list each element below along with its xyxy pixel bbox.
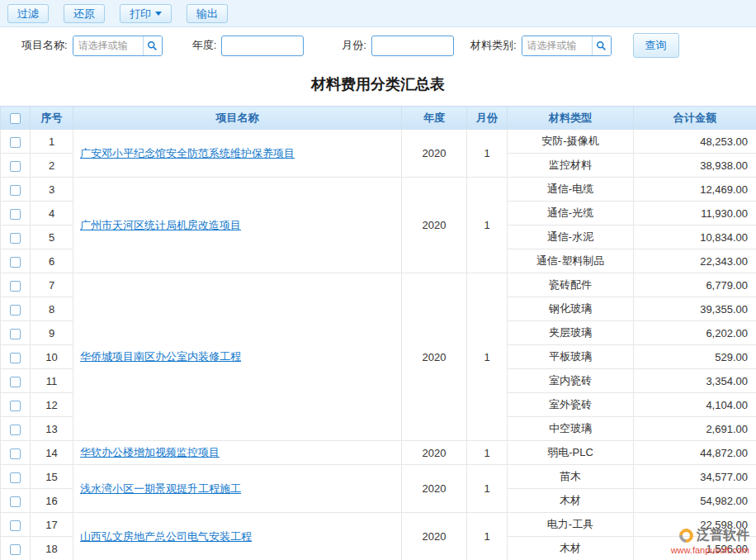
amount-cell: 3,354.00	[634, 369, 756, 393]
year-cell: 2020	[402, 513, 467, 560]
material-type-cell: 瓷砖配件	[508, 273, 634, 297]
year-label: 年度:	[192, 38, 217, 53]
year-cell: 2020	[402, 465, 467, 513]
material-type-cell: 通信-水泥	[508, 225, 634, 249]
amount-cell: 22,343.00	[634, 249, 756, 273]
print-button[interactable]: 打印	[120, 4, 172, 23]
export-button-label: 输出	[196, 8, 218, 19]
row-number: 10	[31, 345, 73, 369]
row-checkbox[interactable]	[10, 161, 21, 172]
project-cell: 山西弘文房地产总公司电气安装工程	[73, 513, 402, 560]
material-type-cell: 中空玻璃	[508, 417, 634, 441]
filter-button[interactable]: 过滤	[7, 4, 49, 23]
header-checkbox[interactable]	[10, 113, 21, 124]
month-cell: 1	[467, 465, 508, 513]
row-checkbox[interactable]	[10, 377, 21, 387]
row-checkbox[interactable]	[10, 137, 21, 148]
material-type-cell: 苗木	[508, 465, 634, 489]
month-cell: 1	[467, 513, 508, 560]
amount-cell: 11,930.00	[634, 202, 756, 225]
row-checkbox[interactable]	[10, 353, 21, 363]
material-search-button[interactable]	[592, 36, 611, 55]
project-name-input[interactable]	[73, 36, 143, 55]
row-number: 4	[31, 202, 73, 225]
amount-cell: 39,355.00	[634, 297, 756, 321]
project-link[interactable]: 浅水湾小区一期景观提升工程施工	[80, 482, 241, 495]
row-checkbox[interactable]	[10, 233, 21, 244]
project-search-button[interactable]	[143, 36, 162, 55]
row-checkbox[interactable]	[10, 329, 21, 339]
material-type-cell: 木材	[508, 537, 634, 560]
chevron-down-icon	[155, 12, 162, 16]
row-checkbox[interactable]	[10, 496, 21, 507]
row-checkbox-cell	[1, 178, 31, 202]
amount-cell: 34,577.00	[634, 465, 756, 489]
material-category-input[interactable]	[522, 36, 592, 55]
row-number: 13	[31, 417, 73, 441]
material-type-cell: 安防-摄像机	[508, 130, 634, 154]
col-header-year: 年度	[402, 107, 467, 130]
row-number: 2	[31, 154, 73, 178]
query-button[interactable]: 查询	[633, 33, 679, 58]
material-type-cell: 室内瓷砖	[508, 369, 634, 393]
row-checkbox[interactable]	[10, 281, 21, 292]
restore-button[interactable]: 还原	[64, 4, 105, 23]
filter-button-label: 过滤	[17, 8, 39, 19]
amount-cell: 38,938.00	[634, 154, 756, 178]
project-name-label: 项目名称:	[21, 38, 68, 53]
amount-cell: 12,469.00	[634, 178, 756, 202]
row-checkbox[interactable]	[10, 401, 21, 411]
row-checkbox[interactable]	[10, 209, 21, 220]
col-header-number: 序号	[31, 107, 73, 130]
month-cell: 1	[467, 130, 508, 178]
project-link[interactable]: 华软办公楼增加视频监控项目	[80, 446, 220, 458]
row-checkbox-cell	[1, 393, 31, 417]
project-link[interactable]: 山西弘文房地产总公司电气安装工程	[80, 530, 252, 543]
amount-cell: 54,982.00	[634, 489, 756, 513]
row-checkbox[interactable]	[10, 257, 21, 268]
material-type-cell: 电力-工具	[508, 513, 634, 537]
project-cell: 广州市天河区统计局机房改造项目	[73, 178, 402, 273]
year-input[interactable]	[221, 36, 304, 56]
page-title: 材料费用分类汇总表	[0, 64, 756, 106]
row-checkbox-cell	[1, 417, 31, 441]
row-number: 8	[31, 297, 73, 321]
material-type-cell: 钢化玻璃	[508, 297, 634, 321]
row-checkbox[interactable]	[10, 185, 21, 196]
amount-cell: 48,253.00	[634, 130, 756, 154]
row-checkbox-cell	[1, 130, 31, 154]
table-header-row: 序号 项目名称 年度 月份 材料类型 合计金额	[1, 107, 756, 130]
row-checkbox[interactable]	[10, 544, 21, 555]
table-row: 1广安邓小平纪念馆安全防范系统维护保养项目20201安防-摄像机48,253.0…	[1, 130, 756, 154]
row-number: 16	[31, 489, 73, 513]
print-button-label: 打印	[130, 8, 151, 19]
project-link[interactable]: 华侨城项目南区办公室内装修工程	[80, 350, 241, 363]
row-checkbox-cell	[1, 513, 31, 537]
row-number: 18	[31, 537, 73, 560]
month-cell: 1	[467, 178, 508, 273]
row-checkbox-cell	[1, 465, 31, 489]
brand-name: 泛普软件	[697, 527, 749, 544]
row-checkbox[interactable]	[10, 305, 21, 316]
filter-bar: 项目名称: 年度: 月份: 材料类别: 查询	[0, 27, 756, 64]
row-checkbox[interactable]	[10, 425, 21, 435]
row-checkbox-cell	[1, 154, 31, 178]
row-checkbox[interactable]	[10, 448, 21, 459]
export-button[interactable]: 输出	[187, 4, 228, 23]
row-number: 9	[31, 321, 73, 345]
row-checkbox-cell	[1, 202, 31, 225]
amount-cell: 2,691.00	[634, 417, 756, 441]
material-type-cell: 通信-电缆	[508, 178, 634, 202]
row-checkbox[interactable]	[10, 472, 21, 483]
project-link[interactable]: 广州市天河区统计局机房改造项目	[80, 219, 241, 231]
year-cell: 2020	[402, 178, 467, 273]
row-number: 14	[31, 441, 73, 465]
row-number: 5	[31, 225, 73, 249]
month-input[interactable]	[371, 36, 454, 56]
row-checkbox-cell	[1, 345, 31, 369]
row-checkbox[interactable]	[10, 520, 21, 531]
material-type-cell: 监控材料	[508, 154, 634, 178]
material-type-cell: 弱电-PLC	[508, 441, 634, 465]
amount-cell: 6,202.00	[634, 321, 756, 345]
project-link[interactable]: 广安邓小平纪念馆安全防范系统维护保养项目	[80, 147, 295, 159]
